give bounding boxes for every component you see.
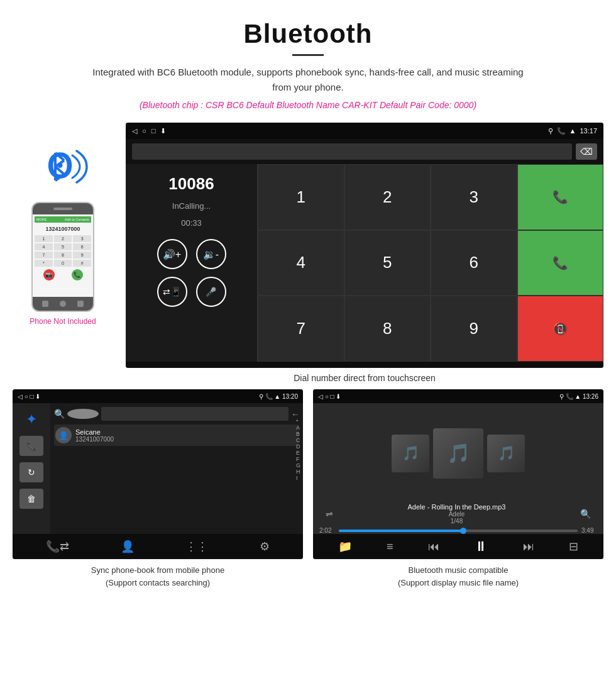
music-progress-dot (460, 528, 466, 534)
pb-search-row: 🔍 ← *ABCDEFGHI (54, 407, 299, 421)
car-screen: ◁ ○ □ ⬇ ⚲ 📞 ▲ 13:17 ⌫ (126, 123, 603, 368)
time-display: 13:17 (580, 127, 597, 135)
music-list-icon[interactable]: ≡ (387, 540, 393, 553)
music-album-row: 🎵 🎵 🎵 (313, 403, 603, 503)
music-item: ◁ ○ □ ⬇ ⚲ 📞 ▲ 13:26 🎵 🎵 🎵 ⇌ Adele - Roll… (313, 389, 603, 589)
pb-caption-line1: Sync phone-book from mobile phone (91, 565, 224, 575)
music-progress-fill (339, 530, 463, 532)
phone-screen-header: MORE Add to Contacts (35, 216, 91, 223)
album-art-left: 🎵 (392, 435, 429, 472)
music-bottom-bar: 📁 ≡ ⏮ ⏸ ⏭ ⊟ (313, 534, 603, 559)
music-status-right: ⚲ 📞 ▲ 13:26 (559, 393, 598, 400)
phone-top-bar (33, 203, 93, 214)
music-caption: Bluetooth music compatible (Support disp… (313, 564, 603, 589)
dial-key-4[interactable]: 4 (258, 230, 344, 296)
phone-bottom-bar (33, 297, 93, 311)
car-input-bar: ⌫ (126, 139, 603, 164)
volume-down-button[interactable]: 🔉- (196, 239, 226, 269)
pb-contacts-icon[interactable]: 👤 (121, 540, 135, 553)
pb-contact-info: Seicane 13241007000 (75, 428, 298, 443)
music-progress-bar[interactable] (339, 530, 578, 532)
car-status-right: ⚲ 📞 ▲ 13:17 (548, 127, 597, 135)
car-input-field[interactable] (132, 143, 572, 160)
nav-home-icon: ○ (142, 127, 146, 135)
volume-up-button[interactable]: 🔊+ (157, 239, 187, 269)
dial-key-1[interactable]: 1 (258, 164, 344, 230)
car-call-number: 10086 (168, 174, 214, 194)
pb-sync-icon[interactable]: ↻ (19, 462, 43, 482)
music-caption-line1: Bluetooth music compatible (409, 565, 509, 575)
music-prev-icon[interactable]: ⏮ (428, 540, 439, 553)
bluetooth-icon-wrapper: ʘ (38, 142, 88, 192)
pb-back-arrow[interactable]: ← (291, 409, 299, 419)
dial-key-call2[interactable]: 📞 (517, 230, 604, 296)
car-status-left: ◁ ○ □ ⬇ (132, 127, 166, 135)
pb-search-field[interactable] (101, 407, 289, 421)
car-bottom-bar: 📞⇄ 👤 Seicane ⋮⋮ ⚙ (126, 362, 603, 368)
music-search-icon[interactable]: 🔍 (580, 509, 591, 519)
pb-contact-row[interactable]: 👤 Seicane 13241007000 (54, 425, 299, 446)
pb-grid-icon[interactable]: ⋮⋮ (185, 540, 208, 553)
pb-settings-icon[interactable]: ⚙ (260, 540, 270, 553)
location-icon: ⚲ (548, 127, 553, 135)
pb-alphabet-marker: *ABCDEFGHI (296, 418, 300, 481)
bluetooth-icon: ʘ (38, 142, 94, 192)
pb-bluetooth-icon[interactable]: ✦ (19, 409, 43, 430)
pb-search-icon: 🔍 (54, 409, 65, 419)
pb-delete-icon[interactable]: 🗑 (19, 489, 43, 509)
music-eq-icon[interactable]: ⊟ (569, 540, 578, 553)
transfer-button[interactable]: ⇄📱 (157, 277, 187, 307)
page-header: Bluetooth Integrated with BC6 Bluetooth … (0, 0, 616, 116)
music-folder-icon[interactable]: 📁 (338, 540, 352, 553)
shuffle-icon[interactable]: ⇌ (326, 509, 333, 519)
pb-nav-icons: ◁ ○ □ ⬇ (18, 393, 40, 400)
music-artist: Adele (408, 511, 506, 518)
bottom-row: ◁ ○ □ ⬇ ⚲ 📞 ▲ 13:20 ✦ 📞 ↻ 🗑 🔍 (0, 389, 616, 601)
music-content: 🎵 🎵 🎵 ⇌ Adele - Rolling In the Deep.mp3 … (313, 403, 603, 534)
music-progress-row: 2:02 3:49 (313, 525, 603, 534)
car-right-panel: 1 2 3 📞 4 5 6 📞 7 8 9 📵 (258, 164, 603, 362)
pb-call-history-icon[interactable]: 📞⇄ (46, 540, 69, 553)
phone-speaker (53, 208, 72, 210)
car-status-bar: ◁ ○ □ ⬇ ⚲ 📞 ▲ 13:17 (126, 123, 603, 139)
car-delete-button[interactable]: ⌫ (576, 143, 597, 160)
pb-call-icon[interactable]: 📞 (19, 436, 43, 456)
dial-key-end[interactable]: 📵 (517, 296, 604, 362)
music-counter: 1/48 (408, 518, 506, 525)
dial-key-6[interactable]: 6 (431, 230, 517, 296)
dial-key-7[interactable]: 7 (258, 296, 344, 362)
phonebook-content: ✦ 📞 ↻ 🗑 🔍 ← *ABCDEFGHI 👤 (13, 403, 303, 534)
music-song-title: Adele - Rolling In the Deep.mp3 (408, 503, 506, 511)
music-info: ⇌ Adele - Rolling In the Deep.mp3 Adele … (313, 503, 603, 525)
phonebook-status-bar: ◁ ○ □ ⬇ ⚲ 📞 ▲ 13:20 (13, 389, 303, 403)
music-time-current: 2:02 (319, 527, 335, 534)
svg-text:ʘ: ʘ (47, 148, 72, 185)
phonebook-screen: ◁ ○ □ ⬇ ⚲ 📞 ▲ 13:20 ✦ 📞 ↻ 🗑 🔍 (13, 389, 303, 559)
dial-key-call[interactable]: 📞 (517, 164, 604, 230)
dial-key-8[interactable]: 8 (344, 296, 431, 362)
signal-icon: ▲ (569, 127, 576, 135)
music-play-icon[interactable]: ⏸ (474, 538, 488, 555)
music-screen: ◁ ○ □ ⬇ ⚲ 📞 ▲ 13:26 🎵 🎵 🎵 ⇌ Adele - Roll… (313, 389, 603, 559)
car-main-content: 10086 InCalling... 00:33 🔊+ 🔉- ⇄📱 🎤 1 (126, 164, 603, 362)
music-caption-line2: (Support display music file name) (398, 578, 519, 587)
pb-sidebar: ✦ 📞 ↻ 🗑 (13, 403, 50, 534)
microphone-button[interactable]: 🎤 (196, 277, 226, 307)
dial-key-5[interactable]: 5 (344, 230, 431, 296)
pb-avatar: 👤 (55, 427, 72, 443)
album-art-right: 🎵 (487, 435, 525, 472)
dial-key-9[interactable]: 9 (431, 296, 517, 362)
header-description: Integrated with BC6 Bluetooth module, su… (88, 65, 528, 95)
pb-contact-name: Seicane (75, 428, 298, 436)
car-audio-controls: 🔊+ 🔉- (157, 239, 226, 269)
pb-status-right: ⚲ 📞 ▲ 13:20 (259, 393, 298, 400)
music-next-icon[interactable]: ⏭ (523, 540, 534, 553)
dial-key-2[interactable]: 2 (344, 164, 431, 230)
car-screen-caption: Dial number direct from touchscreen (126, 373, 603, 383)
nav-square-icon: □ (151, 127, 156, 135)
phone-column: ʘ MORE Add to Contacts (13, 123, 113, 326)
dial-key-3[interactable]: 3 (431, 164, 517, 230)
phone-screen: MORE Add to Contacts 13241007000 123 456… (33, 214, 93, 297)
pb-caption-line2: (Support contacts searching) (106, 578, 210, 587)
phonebook-item: ◁ ○ □ ⬇ ⚲ 📞 ▲ 13:20 ✦ 📞 ↻ 🗑 🔍 (13, 389, 303, 589)
